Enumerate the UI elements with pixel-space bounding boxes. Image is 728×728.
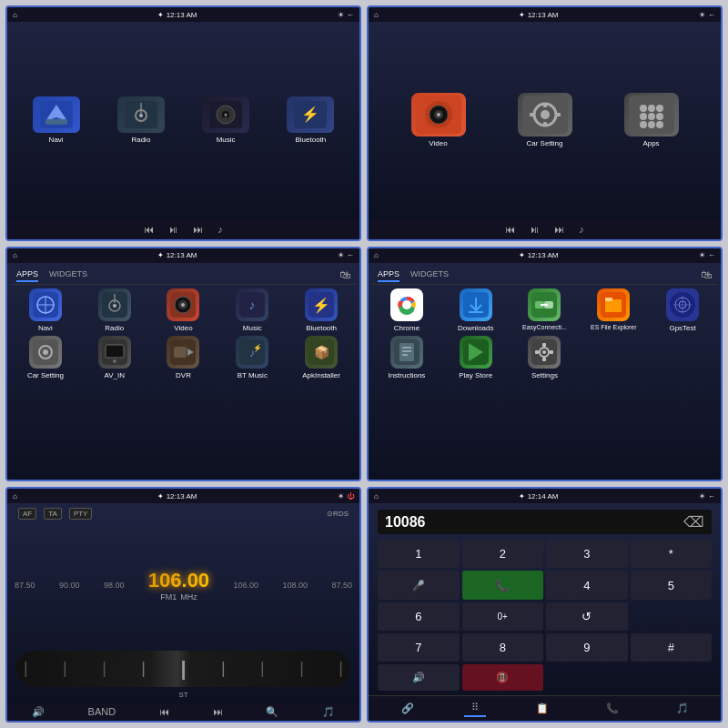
esfile-app[interactable]: ES File Explorer (581, 288, 646, 332)
store-icon-4[interactable]: 🛍 (701, 268, 712, 281)
bt-3: ✦ (157, 251, 164, 259)
band-btn[interactable]: BAND (88, 706, 116, 717)
home-icon-3[interactable]: ⌂ (13, 251, 17, 259)
key-speaker[interactable]: 🔊 (378, 664, 460, 691)
back-3[interactable]: ← (347, 251, 354, 259)
downloads-app[interactable]: Downloads (443, 288, 509, 332)
drawer-bt[interactable]: ⚡ Bluetooth (288, 288, 354, 332)
apps-icon (624, 93, 679, 136)
tab-widgets-3[interactable]: WIDGETS (49, 268, 87, 282)
instructions-app[interactable]: Instructions (374, 336, 440, 379)
frequency-dial[interactable]: | | | | | | | | | (16, 651, 350, 687)
drawer-carsetting[interactable]: Car Setting (13, 336, 78, 379)
easyconn-app[interactable]: EasyConnecti... (512, 288, 578, 332)
key-4[interactable]: 4 (546, 571, 628, 599)
screen2-main-menu: ⌂ ✦ 12:13 AM ☀ ← Vid (367, 5, 723, 241)
next-icon[interactable]: ⏭ (193, 224, 203, 235)
end-call-button[interactable]: 📵 (462, 664, 544, 691)
chrome-app[interactable]: Chrome (374, 288, 440, 332)
store-icon-3[interactable]: 🛍 (339, 268, 350, 281)
status-bar-3: ⌂ ✦ 12:13 AM ☀ ← (7, 248, 359, 263)
bt-icon-2: ✦ (519, 11, 525, 19)
drawer-music[interactable]: ♪ Music (219, 288, 285, 332)
key-3[interactable]: 3 (546, 540, 628, 568)
key-7[interactable]: 7 (378, 633, 460, 662)
af-btn[interactable]: AF (18, 508, 36, 520)
app-item-music[interactable]: ♪ Music (187, 96, 266, 144)
back-icon[interactable]: ← (347, 11, 354, 19)
drawer-radio[interactable]: Radio (82, 288, 147, 332)
home-6[interactable]: ⌂ (374, 492, 379, 500)
home-icon-2[interactable]: ⌂ (374, 11, 379, 19)
call-button[interactable]: 📞 (462, 571, 544, 599)
drawer-dvr[interactable]: DVR (151, 336, 217, 379)
backspace-icon[interactable]: ⌫ (683, 513, 704, 531)
settings-app[interactable]: Settings (512, 336, 578, 379)
tab-recent[interactable]: 📞 (599, 701, 626, 716)
key-8[interactable]: 8 (462, 633, 544, 662)
back-6[interactable]: ← (708, 492, 715, 500)
key-5[interactable]: 5 (631, 571, 713, 599)
drawer-navi[interactable]: Navi (13, 288, 78, 332)
svg-rect-22 (543, 103, 547, 107)
gpstest-icon (666, 288, 699, 321)
pty-btn[interactable]: PTY (69, 508, 93, 520)
brightness-3: ☀ (338, 251, 344, 259)
ta-btn[interactable]: TA (44, 508, 62, 520)
next-radio[interactable]: ⏭ (213, 706, 223, 717)
key-0plus[interactable]: 0+ (462, 602, 544, 631)
search-radio[interactable]: 🔍 (266, 706, 278, 718)
play-icon-2[interactable]: ⏯ (530, 224, 540, 235)
power-5[interactable]: ⏻ (347, 492, 354, 500)
back-2[interactable]: ← (708, 11, 715, 19)
app-item-navi[interactable]: Navi (16, 96, 96, 144)
esfile-label: ES File Explorer (591, 324, 637, 330)
tab-link[interactable]: 🔗 (394, 701, 421, 716)
app-row-1: Navi Radio Video ♪ Music (11, 285, 356, 336)
app-item-carsetting[interactable]: Car Setting (495, 93, 594, 147)
svg-rect-24 (530, 113, 534, 116)
drawer-carsetting-icon (29, 336, 62, 369)
app-item-bluetooth[interactable]: ⚡ Bluetooth (271, 96, 350, 144)
drawer-btmusic[interactable]: ♪⚡ BT Music (219, 336, 285, 379)
home-icon[interactable]: ⌂ (13, 11, 17, 19)
app-item-apps[interactable]: Apps (602, 93, 701, 147)
app-item-radio[interactable]: Radio (101, 96, 180, 144)
tab-music[interactable]: 🎵 (669, 701, 696, 716)
drawer-apk[interactable]: 📦 ApkInstaller (288, 336, 354, 379)
tab-dialpad[interactable]: ⠿ (464, 700, 486, 717)
vol-icon[interactable]: 🔊 (32, 706, 45, 718)
prev-icon[interactable]: ⏮ (144, 224, 154, 235)
key-9[interactable]: 9 (546, 633, 628, 662)
key-refresh[interactable]: ↺ (546, 602, 628, 631)
key-2[interactable]: 2 (462, 540, 544, 568)
tab-apps-3[interactable]: APPS (16, 268, 38, 282)
key-mic[interactable]: 🎤 (378, 571, 460, 599)
play-icon[interactable]: ⏯ (168, 224, 178, 235)
key-hash[interactable]: # (631, 633, 713, 662)
svg-point-54 (43, 349, 48, 355)
tab-widgets-4[interactable]: WIDGETS (410, 268, 449, 282)
key-1[interactable]: 1 (378, 540, 460, 568)
app-item-video[interactable]: Video (389, 93, 488, 147)
prev-radio[interactable]: ⏮ (159, 706, 169, 717)
prev-icon-2[interactable]: ⏮ (505, 224, 515, 235)
tab-contacts[interactable]: 📋 (529, 701, 556, 716)
home-5[interactable]: ⌂ (13, 492, 17, 500)
svg-text:♪: ♪ (249, 298, 256, 312)
screen2-content: Video Car Setting (369, 22, 721, 219)
drawer-avin[interactable]: AV_IN (82, 336, 147, 379)
gpstest-app[interactable]: GpsTest (650, 288, 715, 332)
playstore-app[interactable]: Play Store (443, 336, 509, 379)
drawer-video[interactable]: Video (151, 288, 217, 332)
time-4: 12:13 AM (528, 251, 559, 259)
home-4[interactable]: ⌂ (374, 251, 379, 259)
key-6[interactable]: 6 (378, 602, 460, 631)
next-icon-2[interactable]: ⏭ (554, 224, 564, 235)
downloads-icon (460, 288, 492, 321)
key-star[interactable]: * (631, 540, 713, 568)
back-4[interactable]: ← (708, 251, 715, 259)
svg-point-47 (181, 303, 185, 307)
tab-apps-4[interactable]: APPS (378, 268, 399, 282)
music-label: Music (217, 136, 236, 144)
